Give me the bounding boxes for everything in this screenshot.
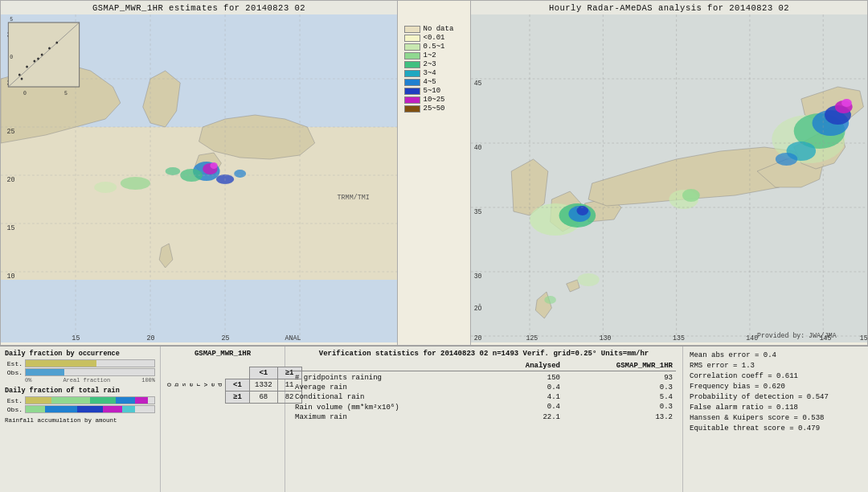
legend-item-3-4: 3~4 (404, 69, 465, 77)
svg-point-52 (682, 189, 700, 202)
svg-text:35: 35 (474, 208, 482, 216)
right-map-panel: Hourly Radar-AMeDAS analysis for 2014082… (470, 0, 868, 346)
right-stats-panel: Mean abs error = 0.4 RMS error = 1.3 Cor… (683, 346, 868, 492)
svg-point-35 (33, 60, 35, 63)
verif-label-3: Rain volume (mm*km²x10⁶) (292, 402, 489, 412)
verif-val2-2: 5.4 (563, 392, 676, 402)
verif-col-gsmap: GSMAP_MWR_1HR (563, 361, 676, 371)
verif-col-analysed: Analysed (489, 361, 563, 371)
verif-val2-3: 0.3 (563, 402, 676, 412)
est-bar-rain-multi (26, 397, 154, 404)
right-map-svg: 45 40 35 30 20 125 130 135 140 145 15 2Ō… (471, 14, 867, 342)
obs-bar-rain-multi (26, 406, 154, 412)
svg-text:140: 140 (746, 334, 758, 342)
svg-text:130: 130 (600, 334, 612, 342)
svg-point-58 (841, 99, 852, 107)
svg-text:125: 125 (526, 334, 538, 342)
svg-text:15: 15 (6, 224, 14, 232)
ct-wrapper: Observed <1 ≥1 <1 1332 11 ≥1 6 (166, 361, 280, 409)
stat-line-4: Probability of detection = 0.547 (690, 392, 862, 402)
legend-item-10-25: 10~25 (404, 96, 465, 104)
contingency-title: GSMAP_MWR_1HR (166, 350, 280, 358)
svg-text:20: 20 (474, 334, 482, 342)
occ-axis-label: Areal fraction (63, 377, 110, 383)
rain-chart-title: Daily fraction of total rain (5, 387, 155, 395)
svg-point-60 (776, 153, 797, 166)
svg-point-10 (166, 167, 181, 175)
legend-panel: No data <0.01 0.5~1 1~2 2~3 (398, 0, 470, 346)
obs-bar-container-occ (25, 368, 155, 376)
main-container: GSMAP_MWR_1HR estimates for 20140823 02 (0, 0, 868, 492)
svg-point-7 (234, 170, 246, 178)
obs-v-text: Observed (166, 361, 223, 409)
legend-item-25-50: 25~50 (404, 105, 465, 113)
obs-label-rain: Obs. (5, 406, 23, 413)
svg-text:25: 25 (221, 334, 229, 342)
maps-row: GSMAP_MWR_1HR estimates for 20140823 02 (0, 0, 868, 346)
legend-label-05-1: 0.5~1 (424, 43, 445, 51)
svg-text:15: 15 (72, 334, 80, 342)
verif-val2-1: 0.3 (563, 383, 676, 392)
verif-row-3: Rain volume (mm*km²x10⁶) 0.4 0.3 (292, 402, 676, 412)
svg-text:5: 5 (64, 90, 68, 96)
svg-text:25: 25 (6, 128, 14, 136)
svg-text:2Ō: 2Ō (474, 304, 482, 313)
svg-point-9 (94, 182, 117, 193)
est-rain-seg5 (135, 397, 148, 404)
obs-rain-seg5 (122, 406, 135, 412)
est-rain-seg4 (116, 397, 135, 404)
legend-label-4-5: 4~5 (424, 78, 436, 86)
svg-text:TRMM/TMI: TRMM/TMI (338, 194, 370, 202)
svg-text:45: 45 (474, 80, 482, 88)
legend-color-nodata (404, 26, 420, 33)
legend-item-4-5: 4~5 (404, 78, 465, 86)
legend-item-5-10: 5~10 (404, 87, 465, 95)
contingency-panel: GSMAP_MWR_1HR Observed <1 ≥1 <1 1332 11 (161, 346, 285, 492)
svg-text:ANAL: ANAL (285, 334, 301, 342)
legend-items: No data <0.01 0.5~1 1~2 2~3 (404, 25, 465, 113)
charts-panel: Daily fraction by occurrence Est. Obs. 0… (0, 346, 161, 492)
legend-label-2-3: 2~3 (424, 60, 436, 68)
est-label-rain: Est. (5, 397, 23, 404)
legend-color-lt001 (404, 35, 420, 42)
legend-label-lt001: <0.01 (424, 34, 445, 42)
verif-val1-2: 4.1 (489, 392, 563, 402)
svg-text:15: 15 (860, 334, 867, 342)
svg-text:20: 20 (6, 176, 14, 184)
svg-point-40 (37, 58, 39, 60)
obs-rain-seg3 (77, 406, 103, 412)
svg-point-38 (48, 47, 51, 50)
legend-color-3-4 (404, 70, 420, 77)
est-rain-row: Est. (5, 396, 155, 404)
legend-color-05-1 (404, 43, 420, 51)
obs-rain-seg4 (103, 406, 122, 412)
bottom-row: Daily fraction by occurrence Est. Obs. 0… (0, 346, 868, 492)
obs-rain-seg2 (45, 406, 77, 412)
svg-text:Provided by: JWA/JMA: Provided by: JWA/JMA (757, 332, 837, 340)
verif-row-0: # gridpoints raining 150 93 (292, 373, 676, 383)
svg-text:40: 40 (474, 144, 482, 152)
obs-rain-seg1 (26, 406, 45, 412)
legend-label-nodata: No data (424, 25, 454, 33)
legend-label-1-2: 1~2 (424, 51, 436, 59)
svg-point-8 (121, 177, 150, 190)
ct-val-ge1-lt1: 68 (250, 392, 278, 404)
verif-val1-0: 150 (489, 373, 563, 383)
stat-line-2: Correlation coeff = 0.611 (690, 371, 862, 381)
legend-label-5-10: 5~10 (424, 87, 441, 95)
stat-line-7: Equitable threat score = 0.479 (690, 423, 862, 433)
verif-label-2: Conditional rain (292, 392, 489, 402)
ct-row-header-lt1: <1 (226, 379, 250, 392)
occ-axis-end: 100% (141, 377, 155, 383)
verif-col-blank (292, 361, 489, 371)
verif-row-4: Maximum rain 22.1 13.2 (292, 412, 676, 422)
legend-label-10-25: 10~25 (424, 96, 445, 104)
legend-color-4-5 (404, 79, 420, 86)
verif-label-4: Maximum rain (292, 412, 489, 422)
svg-point-61 (577, 273, 599, 286)
obs-occ-row: Obs. (5, 368, 155, 376)
legend-color-2-3 (404, 61, 420, 68)
svg-point-36 (21, 78, 23, 80)
svg-point-39 (55, 42, 58, 44)
rainfall-accumulation-label: Rainfall accumulation by amount (5, 417, 155, 424)
